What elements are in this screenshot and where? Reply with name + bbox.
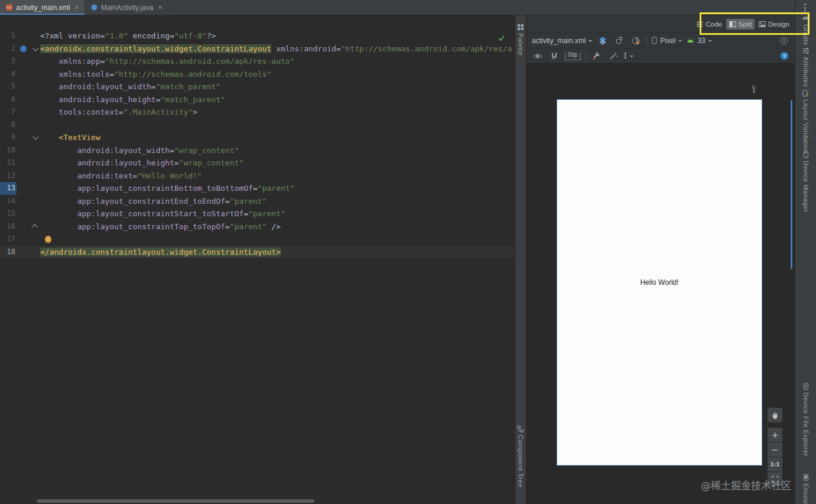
scrollbar-thumb[interactable] — [37, 499, 314, 503]
line-number[interactable]: 8 — [0, 119, 17, 132]
code-line[interactable]: 18</androidx.constraintlayout.widget.Con… — [0, 246, 515, 259]
line-number[interactable]: 1 — [0, 30, 17, 43]
code-segment — [40, 158, 77, 167]
line-number[interactable]: 12 — [0, 170, 17, 183]
code-line[interactable]: 5 android:layout_width="match_parent" — [0, 80, 515, 93]
line-number[interactable]: 11 — [0, 157, 17, 170]
code-line[interactable]: 11 android:layout_height="wrap_content" — [0, 157, 515, 170]
code-line[interactable]: 13 app:layout_constraintBottom_toBottomO… — [0, 182, 515, 195]
code-segment: > — [193, 108, 197, 116]
code-text: <?xml version="1.0" encoding="utf-8"?> — [40, 30, 515, 43]
code-editor[interactable]: 1<?xml version="1.0" encoding="utf-8"?>2… — [0, 15, 515, 504]
clear-constraints-icon[interactable] — [591, 50, 603, 62]
tab-activity-main-xml[interactable]: activity_main.xml × — [0, 0, 85, 15]
code-line[interactable]: 17 — [0, 233, 515, 246]
pan-button[interactable] — [768, 408, 782, 422]
fold-icon[interactable] — [31, 224, 37, 230]
line-number[interactable]: 4 — [0, 68, 17, 81]
design-view-button[interactable]: Design — [756, 19, 792, 30]
device-selector[interactable]: Pixel — [652, 37, 682, 45]
code-segment: "wrap_content" — [179, 158, 244, 167]
code-segment: = — [119, 108, 123, 116]
inspections-ok-icon[interactable] — [498, 34, 505, 42]
help-icon[interactable]: ? — [778, 50, 790, 62]
orientation-icon[interactable] — [613, 35, 625, 47]
tool-window-attributes[interactable]: Attributes — [795, 47, 816, 87]
tool-window-layout-validation[interactable]: Layout Validation — [795, 90, 816, 154]
code-line[interactable]: 16 app:layout_constraintTop_toTopOf="par… — [0, 220, 515, 233]
close-icon[interactable]: × — [158, 4, 162, 11]
line-number[interactable]: 9 — [0, 131, 17, 144]
design-surface-icon[interactable] — [597, 35, 609, 47]
issues-icon[interactable] — [778, 35, 790, 47]
code-segment — [40, 146, 77, 155]
fold-icon[interactable] — [32, 45, 38, 51]
line-number[interactable]: 5 — [0, 80, 17, 93]
code-line[interactable]: 6 android:layout_height="match_parent" — [0, 93, 515, 106]
more-vertical-icon[interactable] — [804, 4, 806, 12]
tool-window-device-manager[interactable]: Device Manager — [795, 151, 816, 212]
code-line[interactable]: 8 — [0, 119, 515, 132]
code-segment: xmlns:tools — [58, 70, 109, 79]
close-icon[interactable]: × — [74, 4, 79, 11]
line-number[interactable]: 3 — [0, 55, 17, 68]
line-number[interactable]: 18 — [0, 246, 17, 259]
theme-icon[interactable] — [630, 35, 642, 47]
line-number[interactable]: 2 — [0, 43, 17, 56]
preview-screen[interactable]: Hello World! — [557, 99, 762, 466]
tab-mainactivity-java[interactable]: C MainActivity.java × — [85, 0, 168, 15]
line-number[interactable]: 14 — [0, 195, 17, 208]
default-margin-selector[interactable]: 0dp — [565, 52, 581, 60]
code-segment: "Hello World!" — [137, 171, 202, 180]
line-number[interactable]: 6 — [0, 93, 17, 106]
intention-bulb-icon[interactable] — [45, 236, 51, 243]
code-line[interactable]: 4 xmlns:tools="http://schemas.android.co… — [0, 68, 515, 81]
split-view-button[interactable]: Split — [726, 19, 755, 30]
palette-tab[interactable]: Palette — [515, 24, 526, 56]
code-line[interactable]: 15 app:layout_constraintStart_toStartOf=… — [0, 207, 515, 220]
code-line[interactable]: 9 <TextView — [0, 131, 515, 144]
code-segment: = — [151, 82, 156, 91]
code-line[interactable]: 3 xmlns:app="http://schemas.android.com/… — [0, 55, 515, 68]
view-options-eye-icon[interactable] — [532, 50, 544, 62]
component-icon[interactable] — [20, 45, 27, 52]
code-line[interactable]: 10 android:layout_width="wrap_content" — [0, 144, 515, 157]
line-number[interactable]: 16 — [0, 220, 17, 233]
code-line[interactable]: 14 app:layout_constraintEnd_toEndOf="par… — [0, 195, 515, 208]
code-text — [40, 233, 515, 246]
code-text: android:layout_width="wrap_content" — [40, 144, 515, 157]
zoom-out-button[interactable]: − — [768, 443, 782, 457]
key-icon — [750, 85, 757, 94]
line-number[interactable]: 17 — [0, 233, 17, 246]
zoom-in-button[interactable]: + — [768, 428, 782, 442]
design-view-label: Design — [768, 21, 789, 28]
align-selector[interactable]: I — [624, 52, 633, 60]
file-selector[interactable]: activity_main.xml — [532, 37, 592, 45]
tool-window-device-file-explorer[interactable]: Device File Explorer — [795, 383, 816, 456]
component-tree-tab[interactable]: Component Tree — [515, 425, 526, 487]
infer-constraints-wand-icon[interactable] — [607, 50, 619, 62]
layout-validation-icon — [802, 90, 810, 97]
tool-window-label: Device Manager — [802, 161, 810, 212]
preview-hello-world-text[interactable]: Hello World! — [640, 278, 678, 287]
code-segment — [40, 184, 77, 193]
line-number[interactable]: 15 — [0, 207, 17, 220]
code-line[interactable]: 2<androidx.constraintlayout.widget.Const… — [0, 43, 515, 56]
fold-icon[interactable] — [32, 134, 38, 140]
horizontal-scrollbar[interactable] — [0, 499, 515, 503]
line-number[interactable]: 7 — [0, 106, 17, 119]
code-line[interactable]: 7 tools:context=".MainActivity"> — [0, 106, 515, 119]
tool-window-gradle[interactable]: Gradle — [795, 14, 816, 45]
right-tool-window-bar: Gradle Attributes Layout Validation Devi… — [795, 0, 816, 504]
code-line[interactable]: 12 android:text="Hello World!" — [0, 170, 515, 183]
code-line[interactable]: 1<?xml version="1.0" encoding="utf-8"?> — [0, 30, 515, 43]
design-scrollbar[interactable] — [791, 100, 792, 269]
code-view-button[interactable]: Code — [693, 19, 725, 30]
api-selector[interactable]: 33 — [687, 37, 711, 45]
design-surface[interactable]: Hello World! + − 1:1 @稀土掘金技术社区 — [527, 64, 795, 504]
line-number[interactable]: 10 — [0, 144, 17, 157]
tool-window-emulator[interactable]: Emulator — [795, 474, 816, 504]
line-number[interactable]: 13 — [0, 182, 17, 195]
autoconnect-magnet-icon[interactable] — [548, 50, 560, 62]
zoom-100-button[interactable]: 1:1 — [768, 457, 782, 472]
